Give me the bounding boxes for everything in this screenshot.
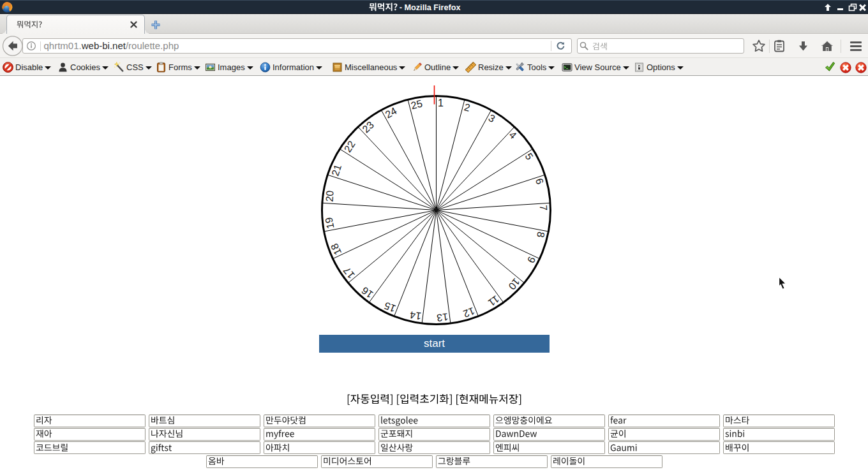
svg-text:19: 19: [323, 216, 336, 230]
svg-text:20: 20: [324, 190, 336, 202]
svg-text:14: 14: [409, 309, 422, 321]
svg-text:1: 1: [438, 98, 444, 108]
svg-text:13: 13: [436, 311, 449, 323]
svg-text:7: 7: [538, 205, 550, 211]
